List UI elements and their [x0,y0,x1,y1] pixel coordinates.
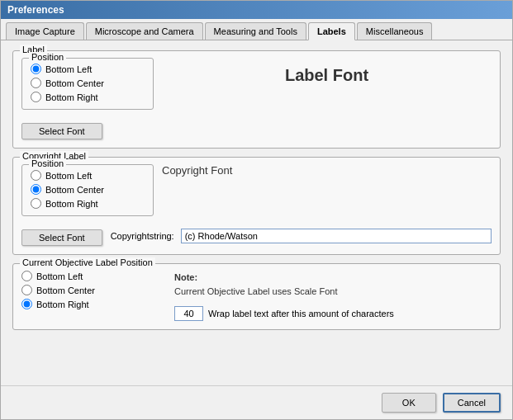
copyright-group: Copyright Label Position Bottom Left Bot… [12,157,501,255]
window-title: Preferences [7,4,64,16]
objective-section-row: Bottom Left Bottom Center Bottom Right [21,271,492,321]
label-group: Label Position Bottom Left Bottom Center [12,50,501,149]
obj-bottom-center-radio[interactable]: Bottom Center [21,285,166,295]
copyright-bottom-row: Select Font Copyrightstring: [21,223,492,246]
copy-bottom-right-radio[interactable]: Bottom Right [31,198,145,209]
copyright-right-side: Copyright Font [154,164,492,185]
obj-bottom-right-radio[interactable]: Bottom Right [21,299,166,309]
copyright-string-row: Copyrightstring: [111,229,492,243]
objective-group-title: Current Objective Label Position [20,257,155,267]
copyright-position-title: Position [29,158,66,168]
label-bottom-right-radio[interactable]: Bottom Right [31,92,145,102]
tab-labels[interactable]: Labels [308,22,355,40]
note-text: Current Objective Label uses Scale Font [174,286,338,296]
objective-positions: Bottom Left Bottom Center Bottom Right [21,271,166,309]
objective-note: Note: Current Objective Label uses Scale… [174,271,492,298]
copy-bottom-center-radio[interactable]: Bottom Center [31,184,145,195]
ok-button[interactable]: OK [382,393,436,413]
copyright-font-display: Copyright Font [162,164,492,177]
copy-bottom-left-radio[interactable]: Bottom Left [31,170,145,181]
label-section-row: Position Bottom Left Bottom Center Bo [21,58,492,110]
label-select-font-button[interactable]: Select Font [21,123,102,139]
obj-bottom-left-radio[interactable]: Bottom Left [21,271,166,281]
wrap-input[interactable] [174,306,203,321]
tab-measuring-tools[interactable]: Measuring and Tools [205,22,306,40]
label-position-group: Position Bottom Left Bottom Center Bo [21,58,154,110]
note-label: Note: [174,272,197,282]
copyright-position-group: Position Bottom Left Bottom Center Bo [21,164,154,216]
label-bottom-center-radio[interactable]: Bottom Center [31,78,145,88]
button-bar: OK Cancel [1,385,512,419]
tab-bar: Image Capture Microscope and Camera Meas… [1,19,512,40]
copyright-section-row: Position Bottom Left Bottom Center Bo [21,164,492,216]
tab-miscellaneous[interactable]: Miscellaneous [357,22,433,40]
objective-positions-col: Bottom Left Bottom Center Bottom Right [21,271,166,309]
tab-microscope-camera[interactable]: Microscope and Camera [86,22,203,40]
label-font-display: Label Font [162,58,492,93]
preferences-window: Preferences Image Capture Microscope and… [0,0,513,420]
label-positions: Bottom Left Bottom Center Bottom Right [31,64,145,102]
tab-image-capture[interactable]: Image Capture [6,22,84,40]
objective-group: Current Objective Label Position Bottom … [12,263,501,330]
title-bar: Preferences [1,1,512,19]
label-position-title: Position [29,52,66,62]
wrap-label: Wrap label text after this amount of cha… [208,309,394,319]
copyright-string-input[interactable] [181,229,492,243]
cancel-button[interactable]: Cancel [443,393,501,413]
objective-right-side: Note: Current Objective Label uses Scale… [166,271,492,321]
label-select-font-row: Select Font [21,116,492,139]
copyright-positions: Bottom Left Bottom Center Bottom Right [31,170,145,209]
copyright-string-label: Copyrightstring: [111,231,174,241]
label-bottom-left-radio[interactable]: Bottom Left [31,64,145,74]
label-right-side: Label Font [154,58,492,93]
wrap-row: Wrap label text after this amount of cha… [174,306,492,321]
copyright-select-font-button[interactable]: Select Font [21,229,102,246]
tab-content: Label Position Bottom Left Bottom Center [1,40,512,385]
